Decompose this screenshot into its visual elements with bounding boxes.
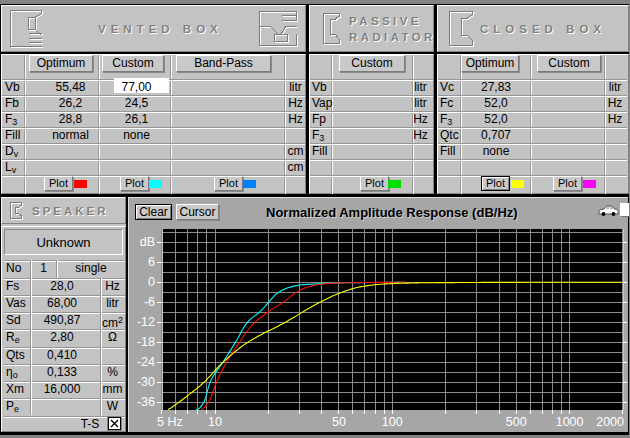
svg-text:1000: 1000 — [556, 415, 584, 429]
svg-text:2000: 2000 — [596, 415, 624, 429]
svg-text:50: 50 — [332, 415, 346, 429]
svg-text:6: 6 — [148, 255, 155, 269]
svg-text:100: 100 — [382, 415, 403, 429]
svg-text:5 Hz: 5 Hz — [157, 415, 183, 429]
svg-text:-6: -6 — [144, 295, 155, 309]
svg-text:-36: -36 — [137, 395, 155, 409]
svg-text:500: 500 — [506, 415, 527, 429]
svg-text:-12: -12 — [137, 315, 155, 329]
svg-text:dB: dB — [140, 235, 155, 249]
svg-text:10: 10 — [208, 415, 222, 429]
svg-text:-18: -18 — [137, 335, 155, 349]
svg-text:0: 0 — [148, 275, 155, 289]
svg-text:-24: -24 — [137, 355, 155, 369]
svg-text:-30: -30 — [137, 375, 155, 389]
